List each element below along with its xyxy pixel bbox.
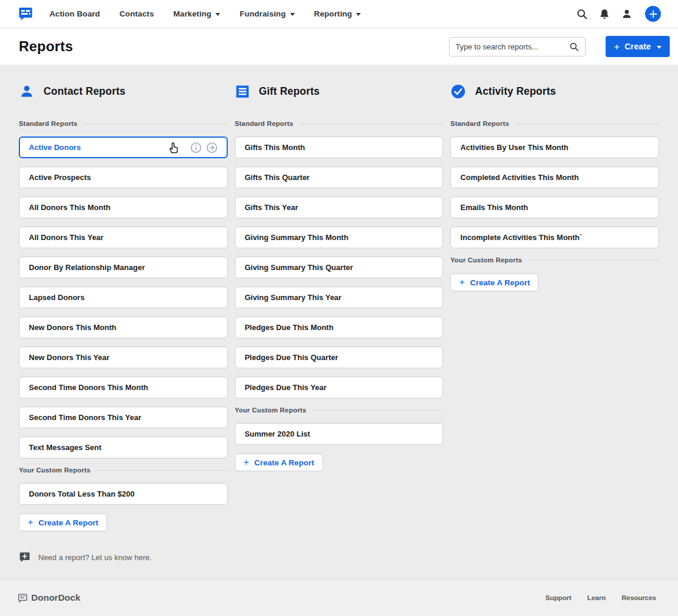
nav-item-action-board[interactable]: Action Board xyxy=(49,9,100,18)
report-search-box[interactable] xyxy=(449,37,586,56)
report-card[interactable]: Pledges Due This Month xyxy=(235,317,444,338)
card-actions xyxy=(190,142,218,154)
nav-item-label: Marketing xyxy=(174,9,212,18)
nav-item-label: Action Board xyxy=(49,9,100,18)
report-card[interactable]: New Donors This Month xyxy=(19,317,228,338)
report-card[interactable]: Text Messages Sent xyxy=(19,437,228,458)
report-card-label: Active Donors xyxy=(29,143,81,152)
quick-add-plus-icon[interactable] xyxy=(645,6,661,22)
report-card[interactable]: Pledges Due This Year xyxy=(235,377,444,398)
report-card-active-donors[interactable]: Active Donors xyxy=(19,136,228,158)
report-card[interactable]: Incomplete Activities This Month` xyxy=(450,227,659,248)
report-card[interactable]: Giving Summary This Year xyxy=(235,287,444,308)
report-card-label: All Donors This Month xyxy=(29,203,111,212)
nav-item-marketing[interactable]: Marketing xyxy=(174,9,221,18)
nav-item-reporting[interactable]: Reporting xyxy=(314,9,361,18)
create-button[interactable]: + Create xyxy=(606,36,670,57)
plus-icon: + xyxy=(244,458,249,467)
footer-link-support[interactable]: Support xyxy=(546,594,571,601)
plus-icon: + xyxy=(459,278,464,287)
nav-item-label: Fundraising xyxy=(240,9,285,18)
report-card-label: Emails This Month xyxy=(460,203,528,212)
footer-link-learn[interactable]: Learn xyxy=(587,594,606,601)
nav-item-fundraising[interactable]: Fundraising xyxy=(240,9,294,18)
footer-brand-label: DonorDock xyxy=(31,592,81,603)
create-a-report-button[interactable]: + Create A Report xyxy=(450,274,539,291)
reports-grid: Contact Reports Standard Reports Active … xyxy=(0,65,678,563)
column-title: Activity Reports xyxy=(475,85,556,98)
report-card-label: New Donors This Month xyxy=(29,323,117,332)
nav-right-icons xyxy=(576,6,661,22)
report-card[interactable]: Gifts This Year xyxy=(235,197,444,218)
nav-item-label: Reporting xyxy=(314,9,353,18)
footer-link-resources[interactable]: Resources xyxy=(622,594,656,601)
report-card-label: Gifts This Year xyxy=(245,203,298,212)
need-a-report-text[interactable]: Need a report? Let us know here. xyxy=(38,553,152,562)
contact-person-icon xyxy=(19,84,35,99)
create-a-report-button[interactable]: + Create A Report xyxy=(19,514,107,531)
search-icon[interactable] xyxy=(569,42,579,52)
report-card[interactable]: All Donors This Year xyxy=(19,227,228,248)
report-card[interactable]: Activities By User This Month xyxy=(450,136,659,158)
divider xyxy=(97,470,228,471)
report-card[interactable]: Giving Summary This Quarter xyxy=(235,257,444,278)
report-card[interactable]: All Donors This Month xyxy=(19,197,228,218)
custom-reports-section-label: Your Custom Reports xyxy=(19,467,228,474)
account-icon[interactable] xyxy=(620,8,633,21)
plus-icon: + xyxy=(28,518,33,527)
report-card-label: Giving Summary This Year xyxy=(245,293,342,302)
notifications-bell-icon[interactable] xyxy=(598,8,611,21)
report-card-label: Incomplete Activities This Month` xyxy=(460,233,582,242)
custom-reports-section-label: Your Custom Reports xyxy=(235,407,444,414)
report-card[interactable]: Second Time Donors This Year xyxy=(19,407,228,428)
search-icon[interactable] xyxy=(576,8,589,21)
section-label: Standard Reports xyxy=(450,120,509,127)
custom-reports-section-label: Your Custom Reports xyxy=(450,257,659,264)
column-title: Contact Reports xyxy=(44,85,125,98)
chevron-down-icon xyxy=(290,13,295,16)
report-card-label: Giving Summary This Quarter xyxy=(245,263,353,272)
chevron-down-icon xyxy=(356,13,361,16)
create-a-report-button[interactable]: + Create A Report xyxy=(235,454,323,471)
footer-links: Support Learn Resources xyxy=(546,594,656,601)
donordock-logo-icon[interactable] xyxy=(18,6,34,22)
report-card[interactable]: Completed Activities This Month xyxy=(450,167,659,188)
report-card[interactable]: Active Prospects xyxy=(19,167,228,188)
report-card[interactable]: Pledges Due This Quarter xyxy=(235,347,444,368)
report-card[interactable]: Second Time Donors This Month xyxy=(19,377,228,398)
divider xyxy=(312,410,443,411)
report-card-label: Giving Summary This Month xyxy=(245,233,348,242)
open-report-arrow-icon[interactable] xyxy=(206,142,218,154)
contact-reports-column: Contact Reports Standard Reports Active … xyxy=(19,84,228,563)
report-card[interactable]: Lapsed Donors xyxy=(19,287,228,308)
column-header: Contact Reports xyxy=(19,84,228,99)
info-icon[interactable] xyxy=(190,142,202,154)
top-nav: Action Board Contacts Marketing Fundrais… xyxy=(0,0,678,28)
report-card[interactable]: Emails This Month xyxy=(450,197,659,218)
column-header: Gift Reports xyxy=(235,84,444,99)
report-card-label: Second Time Donors This Month xyxy=(29,383,148,392)
report-card[interactable]: Gifts This Month xyxy=(235,136,444,158)
column-header: Activity Reports xyxy=(450,84,659,99)
report-card[interactable]: Donor By Relationship Manager xyxy=(19,257,228,278)
footer-brand[interactable]: DonorDock xyxy=(18,592,81,603)
chevron-down-icon xyxy=(657,46,662,49)
divider xyxy=(515,124,659,124)
standard-reports-section-label: Standard Reports xyxy=(450,120,659,127)
report-card[interactable]: Gifts This Quarter xyxy=(235,167,444,188)
report-card[interactable]: Donors Total Less Than $200 xyxy=(19,483,228,505)
divider xyxy=(528,260,659,261)
page-title: Reports xyxy=(19,38,73,55)
report-card-label: Second Time Donors This Year xyxy=(29,413,141,422)
report-search-input[interactable] xyxy=(456,42,569,51)
report-card[interactable]: Summer 2020 List xyxy=(235,423,444,445)
activity-check-icon xyxy=(450,84,466,99)
nav-item-contacts[interactable]: Contacts xyxy=(119,9,154,18)
activity-reports-column: Activity Reports Standard Reports Activi… xyxy=(450,84,659,291)
create-button-label: Create xyxy=(624,42,651,51)
report-card-label: Lapsed Donors xyxy=(29,293,85,302)
report-card[interactable]: New Donors This Year xyxy=(19,347,228,368)
standard-reports-section-label: Standard Reports xyxy=(235,120,444,127)
report-card[interactable]: Giving Summary This Month xyxy=(235,227,444,248)
column-title: Gift Reports xyxy=(259,85,320,98)
